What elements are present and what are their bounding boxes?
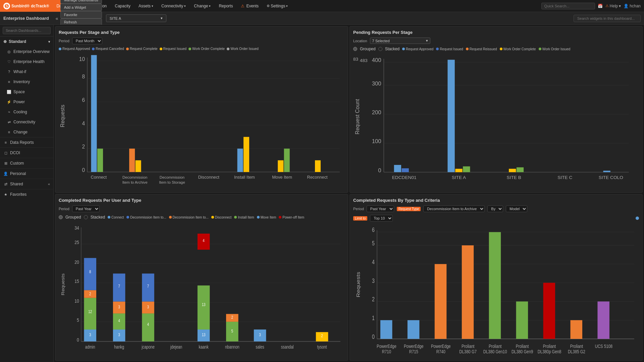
- period-select-3[interactable]: Past Year: [72, 205, 100, 212]
- svg-text:Item to Storage: Item to Storage: [159, 180, 185, 184]
- svg-text:13: 13: [202, 333, 206, 337]
- custom-icon: ⊞: [3, 161, 8, 166]
- svg-rect-20: [136, 160, 141, 172]
- svg-rect-152: [516, 301, 528, 339]
- sidebar-item-data-reports[interactable]: ≡ Data Reports: [0, 137, 53, 148]
- svg-text:Requests: Requests: [60, 105, 65, 127]
- sidebar-item-personal[interactable]: 👤 Personal: [0, 169, 53, 179]
- site-select[interactable]: SITE A ▾: [106, 14, 166, 22]
- svg-rect-47: [394, 165, 401, 172]
- svg-text:0: 0: [378, 167, 381, 173]
- user-menu[interactable]: 👤 hchan: [624, 4, 641, 8]
- sidebar-item-enterprise-overview[interactable]: ◎ Enterprise Overview: [0, 47, 53, 57]
- svg-text:SITE COLO: SITE COLO: [599, 175, 623, 180]
- enterprise-health-label: Enterprise Health: [13, 59, 45, 64]
- help-btn[interactable]: ⚠ Help ▾: [605, 4, 621, 8]
- svg-text:Reconnect: Reconnect: [307, 175, 328, 180]
- svg-text:5: 5: [372, 240, 375, 246]
- sidebar-item-inventory[interactable]: ≡ Inventory: [0, 77, 53, 87]
- favorite-button[interactable]: Favorite: [60, 11, 102, 18]
- svg-text:hankg: hankg: [114, 345, 124, 350]
- svg-text:2: 2: [321, 334, 323, 338]
- standard-label: Standard: [9, 39, 26, 44]
- period-select-4[interactable]: Past Year: [367, 205, 394, 212]
- svg-text:Request Count: Request Count: [354, 99, 360, 134]
- sidebar-item-shared[interactable]: ⇄ Shared «: [0, 179, 53, 189]
- svg-rect-17: [97, 148, 103, 172]
- shared-collapse-icon[interactable]: «: [48, 182, 50, 186]
- panel-requests-controls: Period Past Month: [59, 38, 344, 44]
- svg-text:2: 2: [89, 292, 91, 296]
- sidebar-item-cooling[interactable]: ≈ Cooling: [0, 107, 53, 117]
- location-select[interactable]: 7 Selected ▾: [370, 38, 430, 44]
- standard-icon: ⊕: [3, 39, 7, 44]
- nav-item-reports[interactable]: Reports: [215, 0, 237, 12]
- svg-text:Move Item: Move Item: [272, 175, 292, 180]
- svg-text:10: 10: [79, 56, 85, 62]
- svg-text:25: 25: [74, 239, 79, 245]
- nav-item-change[interactable]: Change ▾: [190, 0, 215, 12]
- sidebar-item-power[interactable]: ⚡ Power: [0, 97, 53, 107]
- model-select[interactable]: Model: [506, 205, 527, 212]
- grouped-radio: Grouped: [353, 47, 376, 51]
- sidebar-item-what-if[interactable]: ? What-if: [0, 67, 53, 77]
- sidebar-item-enterprise-health[interactable]: ♡ Enterprise Health: [0, 57, 53, 67]
- logo[interactable]: S Sunbird® dcTrack®: [0, 0, 52, 12]
- sidebar-section-standard: ⊕ Standard ▾ ◎ Enterprise Overview ♡ Ent…: [0, 37, 53, 137]
- svg-rect-143: [435, 264, 447, 339]
- legend-item: Request Issued: [160, 47, 187, 51]
- dash-toolbar: Enterprise Dashboard « Add a DashboardMa…: [0, 12, 644, 25]
- widget-search[interactable]: [574, 15, 641, 22]
- global-search[interactable]: [541, 3, 595, 9]
- svg-rect-32: [315, 160, 321, 172]
- svg-text:12: 12: [88, 309, 92, 313]
- power-icon: ⚡: [7, 100, 11, 104]
- calendar-icon[interactable]: 📅: [598, 4, 603, 8]
- space-label: Space: [13, 89, 25, 94]
- space-icon: ⬜: [7, 90, 11, 94]
- logo-product-name: dcTrack®: [31, 4, 49, 8]
- what-if-label: What-if: [13, 69, 26, 74]
- panel-completed-by-type: Completed Requests By Type and Criteria …: [350, 194, 643, 361]
- sidebar-item-favorites[interactable]: ★ Favorites: [0, 189, 53, 199]
- add-widget-button[interactable]: Add a Widget: [60, 4, 102, 11]
- sidebar-search-input[interactable]: [3, 27, 51, 34]
- collapse-btn[interactable]: «: [56, 16, 58, 21]
- svg-rect-146: [462, 245, 474, 339]
- svg-text:6: 6: [82, 97, 85, 103]
- svg-text:UCS 5108: UCS 5108: [595, 344, 612, 349]
- nav-item-assets[interactable]: Assets ▾: [135, 0, 157, 12]
- svg-text:34: 34: [74, 225, 79, 231]
- sidebar-item-dcoi[interactable]: ◻ DCOI: [0, 148, 53, 158]
- sidebar: ⊕ Standard ▾ ◎ Enterprise Overview ♡ Ent…: [0, 25, 54, 362]
- decommission-select[interactable]: Decommission Item to Archive: [423, 205, 485, 212]
- site-select-caret: ▾: [161, 16, 163, 20]
- shared-icon: ⇄: [3, 182, 8, 186]
- svg-text:100: 100: [372, 138, 381, 144]
- nav-item-connectivity[interactable]: Connectivity ▾: [157, 0, 190, 12]
- sidebar-item-change[interactable]: ≡ Change: [0, 127, 53, 137]
- grouped-label-3: Grouped: [65, 215, 81, 220]
- sidebar-section-header-standard[interactable]: ⊕ Standard ▾: [0, 37, 53, 47]
- sidebar-item-custom[interactable]: ⊞ Custom: [0, 158, 53, 169]
- panel-completed-user-controls: Period Past Year: [59, 205, 344, 212]
- svg-text:400: 400: [372, 57, 381, 63]
- period-label-4: Period: [353, 207, 364, 211]
- nav-item-events[interactable]: ⚠Events: [237, 0, 263, 12]
- nav-item-settings[interactable]: ⚙ Settings ▾: [263, 0, 292, 12]
- manage-dashboards-button[interactable]: Manage Dashboards: [60, 0, 102, 4]
- shared-label: Shared: [10, 182, 23, 186]
- limit-select[interactable]: Top 10: [370, 215, 393, 222]
- period-select-1[interactable]: Past Month: [72, 38, 102, 44]
- by-select[interactable]: By: [487, 205, 503, 212]
- svg-rect-155: [543, 283, 555, 339]
- svg-rect-149: [489, 232, 501, 339]
- enterprise-overview-label: Enterprise Overview: [13, 49, 50, 54]
- svg-text:Decommission: Decommission: [160, 175, 184, 179]
- sidebar-item-connectivity[interactable]: ⇌ Connectivity: [0, 117, 53, 127]
- logo-icon: S: [3, 3, 10, 9]
- panel-pending-title: Pending Requests Per Stage: [353, 30, 639, 35]
- sidebar-item-space[interactable]: ⬜ Space: [0, 87, 53, 97]
- svg-text:200: 200: [372, 109, 381, 115]
- nav-item-capacity[interactable]: Capacity: [111, 0, 135, 12]
